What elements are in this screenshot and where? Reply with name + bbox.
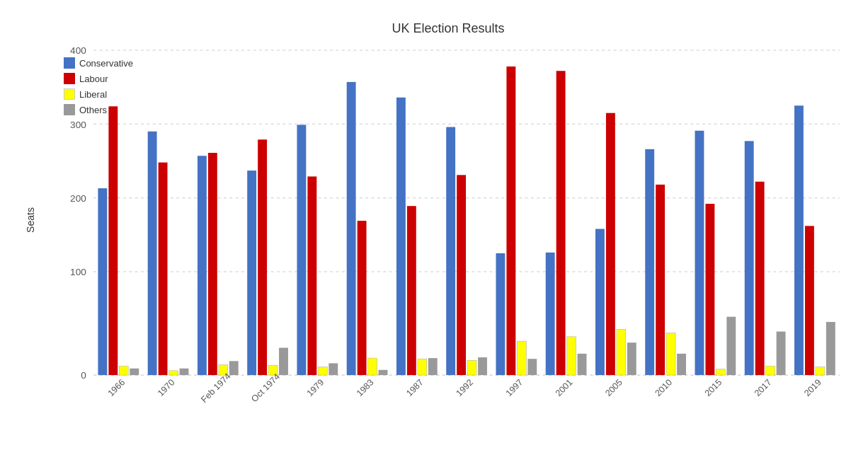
bar-2017-lib — [766, 367, 775, 376]
bar-1983-lab — [358, 221, 367, 375]
y-axis-label: Seats — [25, 207, 36, 233]
legend-item-conservative: Conservative — [64, 57, 133, 69]
bar-2015-lib — [716, 369, 725, 375]
bar-2017-oth — [777, 332, 786, 376]
bar-1992-oth — [478, 357, 487, 375]
x-label-1992: 1992 — [454, 377, 475, 398]
bar-1979-con — [297, 125, 306, 375]
legend-label-liberal: Liberal — [79, 89, 107, 100]
bar-1979-lib — [318, 367, 327, 375]
bar-2001-oth — [578, 354, 587, 375]
bar-1997-oth — [527, 359, 537, 375]
bar-2010-lib — [666, 333, 675, 375]
bar-Feb 1974-oth — [229, 361, 239, 375]
bar-2019-oth — [826, 322, 835, 375]
bar-1997-lab — [506, 67, 515, 375]
bar-1970-lab — [159, 163, 168, 376]
svg-text:0: 0 — [81, 370, 86, 381]
x-label-1966: 1966 — [106, 377, 127, 398]
legend-label-conservative: Conservative — [79, 58, 133, 69]
bar-1966-oth — [130, 369, 139, 375]
chart-svg: 400 300 200 100 0 19661970Feb 1974Oct 19… — [57, 50, 840, 390]
bar-1966-con — [98, 188, 107, 375]
x-label-2015: 2015 — [703, 377, 724, 398]
x-label-Oct 1974: Oct 1974 — [249, 371, 282, 404]
bar-1979-oth — [329, 363, 338, 375]
bar-1983-con — [347, 82, 356, 375]
bar-2005-oth — [627, 342, 636, 375]
bar-1997-con — [496, 253, 505, 375]
svg-text:400: 400 — [70, 45, 86, 56]
bar-1987-lib — [418, 359, 427, 375]
bar-2005-lab — [606, 113, 615, 375]
bar-2019-con — [794, 105, 804, 375]
x-label-Feb 1974: Feb 1974 — [199, 371, 232, 404]
bar-2015-lab — [705, 204, 714, 375]
x-label-1979: 1979 — [305, 377, 326, 398]
bar-1997-lib — [517, 341, 526, 375]
bar-Feb 1974-lab — [208, 153, 217, 375]
x-label-1997: 1997 — [504, 377, 525, 398]
bar-1992-lab — [457, 175, 466, 375]
chart-title: UK Election Results — [57, 21, 840, 36]
bar-2019-lab — [805, 226, 814, 375]
x-label-2010: 2010 — [653, 377, 674, 398]
bar-1992-lib — [467, 360, 476, 375]
x-label-1983: 1983 — [355, 377, 376, 398]
svg-text:200: 200 — [70, 193, 86, 204]
bar-Oct 1974-con — [247, 171, 256, 375]
bar-2005-con — [595, 229, 605, 376]
legend-label-others: Others — [79, 105, 107, 115]
bar-1992-con — [446, 127, 455, 376]
legend-label-labour: Labour — [79, 74, 108, 84]
bar-1983-lib — [368, 358, 377, 375]
legend-color-labour — [64, 73, 75, 84]
x-label-1987: 1987 — [404, 377, 426, 398]
bar-Feb 1974-con — [198, 156, 207, 375]
legend-item-liberal: Liberal — [64, 88, 133, 100]
bar-2015-oth — [726, 317, 736, 375]
bar-1970-lib — [169, 371, 178, 375]
svg-text:100: 100 — [70, 267, 86, 277]
bar-1987-con — [396, 98, 406, 375]
bar-1970-con — [148, 132, 157, 375]
legend: Conservative Labour Liberal Others — [64, 57, 133, 115]
bar-2019-lib — [816, 367, 825, 375]
bar-1987-lab — [407, 206, 416, 375]
bar-1983-oth — [379, 370, 388, 375]
x-label-2005: 2005 — [603, 377, 624, 398]
x-label-2001: 2001 — [554, 377, 575, 398]
bar-2001-lab — [556, 71, 566, 375]
bar-2001-con — [546, 253, 555, 375]
bar-2015-con — [695, 131, 704, 375]
x-label-2017: 2017 — [753, 377, 774, 398]
legend-color-conservative — [64, 57, 75, 69]
bar-2010-con — [645, 149, 654, 375]
legend-color-liberal — [64, 88, 75, 100]
legend-item-others: Others — [64, 104, 133, 115]
chart-container: UK Election Results Conservative Labour … — [0, 0, 868, 450]
bar-2010-lab — [656, 185, 665, 375]
x-label-2019: 2019 — [802, 377, 823, 398]
bar-2010-oth — [677, 354, 686, 375]
bar-1970-oth — [180, 369, 189, 375]
bar-2017-con — [745, 141, 754, 375]
bar-Oct 1974-oth — [279, 348, 288, 376]
bar-2017-lab — [755, 182, 765, 375]
bar-1966-lib — [119, 367, 128, 376]
bar-2005-lib — [617, 329, 626, 375]
bar-Oct 1974-lab — [258, 139, 267, 375]
bar-2001-lib — [567, 337, 576, 375]
chart-area: Conservative Labour Liberal Others Seats — [57, 50, 840, 390]
bar-1987-oth — [428, 358, 438, 375]
x-label-1970: 1970 — [156, 377, 177, 398]
legend-item-labour: Labour — [64, 73, 133, 84]
svg-text:300: 300 — [70, 120, 86, 130]
bar-1979-lab — [307, 176, 316, 375]
bar-1966-lab — [108, 106, 118, 375]
legend-color-others — [64, 104, 75, 115]
